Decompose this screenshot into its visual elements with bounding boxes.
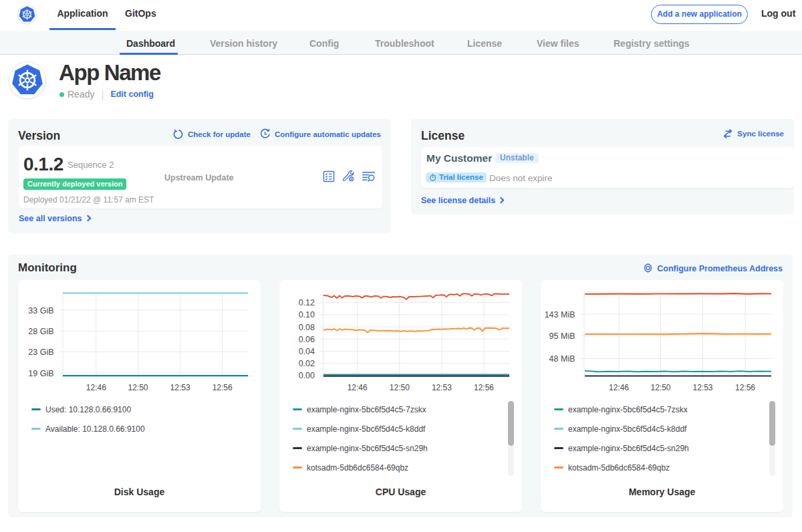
- svg-text:12:46: 12:46: [609, 383, 629, 392]
- svg-text:0.02: 0.02: [299, 359, 315, 368]
- svg-text:12:56: 12:56: [213, 383, 233, 392]
- svg-text:12:46: 12:46: [348, 383, 368, 392]
- svg-text:33 GiB: 33 GiB: [28, 306, 53, 315]
- svg-text:28 GiB: 28 GiB: [28, 327, 53, 336]
- svg-text:0.06: 0.06: [299, 335, 315, 344]
- svg-text:0.04: 0.04: [299, 347, 315, 356]
- svg-text:0.10: 0.10: [299, 310, 315, 319]
- svg-text:0.12: 0.12: [299, 298, 315, 307]
- svg-text:12:50: 12:50: [650, 383, 670, 392]
- svg-text:12:50: 12:50: [390, 383, 410, 392]
- svg-text:12:46: 12:46: [86, 383, 106, 392]
- svg-text:12:50: 12:50: [128, 383, 148, 392]
- svg-text:19 GiB: 19 GiB: [28, 369, 53, 378]
- svg-text:48 MiB: 48 MiB: [549, 354, 575, 364]
- svg-text:95 MiB: 95 MiB: [549, 331, 575, 341]
- svg-text:12:56: 12:56: [735, 383, 755, 392]
- svg-text:12:53: 12:53: [692, 383, 712, 392]
- svg-text:23 GiB: 23 GiB: [28, 348, 53, 357]
- svg-text:12:56: 12:56: [474, 383, 494, 392]
- svg-text:0.08: 0.08: [299, 323, 315, 332]
- svg-text:0.00: 0.00: [299, 371, 315, 380]
- svg-text:12:53: 12:53: [170, 383, 190, 392]
- svg-text:12:53: 12:53: [432, 383, 452, 392]
- svg-text:143 MiB: 143 MiB: [545, 310, 575, 319]
